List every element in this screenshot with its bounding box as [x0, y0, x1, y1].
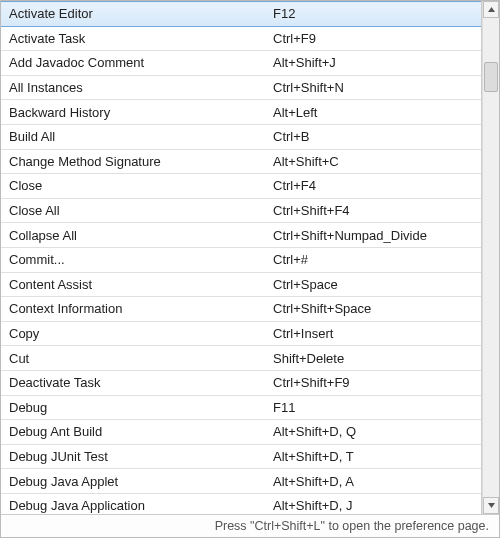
shortcut-cell: Alt+Shift+J: [265, 51, 481, 76]
keybindings-table-wrap: Activate EditorF12Activate TaskCtrl+F9Ad…: [1, 1, 482, 514]
shortcut-cell: Alt+Shift+D, A: [265, 469, 481, 494]
command-cell: Close: [1, 174, 265, 199]
command-cell: Deactivate Task: [1, 370, 265, 395]
table-row[interactable]: Debug JUnit TestAlt+Shift+D, T: [1, 444, 481, 469]
shortcut-cell: Ctrl+Space: [265, 272, 481, 297]
table-row[interactable]: Context InformationCtrl+Shift+Space: [1, 297, 481, 322]
table-row[interactable]: Collapse AllCtrl+Shift+Numpad_Divide: [1, 223, 481, 248]
command-cell: Build All: [1, 124, 265, 149]
chevron-up-icon: [487, 5, 496, 14]
table-row[interactable]: Change Method SignatureAlt+Shift+C: [1, 149, 481, 174]
command-cell: Debug Java Applet: [1, 469, 265, 494]
keybindings-table[interactable]: Activate EditorF12Activate TaskCtrl+F9Ad…: [1, 1, 481, 514]
status-bar: Press "Ctrl+Shift+L" to open the prefere…: [1, 514, 499, 537]
chevron-down-icon: [487, 501, 496, 510]
scrollbar-thumb[interactable]: [484, 62, 498, 92]
table-row[interactable]: Build AllCtrl+B: [1, 124, 481, 149]
scroll-down-button[interactable]: [483, 497, 499, 514]
shortcut-cell: Alt+Shift+D, J: [265, 493, 481, 514]
command-cell: Debug: [1, 395, 265, 420]
command-cell: Content Assist: [1, 272, 265, 297]
table-row[interactable]: DebugF11: [1, 395, 481, 420]
command-cell: Debug Ant Build: [1, 420, 265, 445]
table-row[interactable]: Debug Java AppletAlt+Shift+D, A: [1, 469, 481, 494]
table-row[interactable]: All InstancesCtrl+Shift+N: [1, 75, 481, 100]
table-row[interactable]: Activate EditorF12: [1, 2, 481, 27]
table-row[interactable]: CloseCtrl+F4: [1, 174, 481, 199]
scroll-up-button[interactable]: [483, 1, 499, 18]
keybindings-popup: Activate EditorF12Activate TaskCtrl+F9Ad…: [0, 0, 500, 538]
table-row[interactable]: Debug Java ApplicationAlt+Shift+D, J: [1, 493, 481, 514]
shortcut-cell: Ctrl+B: [265, 124, 481, 149]
command-cell: Collapse All: [1, 223, 265, 248]
command-cell: Close All: [1, 198, 265, 223]
shortcut-cell: Ctrl+Shift+Space: [265, 297, 481, 322]
command-cell: Activate Task: [1, 26, 265, 51]
table-row[interactable]: Content AssistCtrl+Space: [1, 272, 481, 297]
table-row[interactable]: Add Javadoc CommentAlt+Shift+J: [1, 51, 481, 76]
shortcut-cell: Alt+Shift+D, T: [265, 444, 481, 469]
command-cell: All Instances: [1, 75, 265, 100]
table-row[interactable]: Activate TaskCtrl+F9: [1, 26, 481, 51]
shortcut-cell: Ctrl+Shift+F4: [265, 198, 481, 223]
table-row[interactable]: Debug Ant BuildAlt+Shift+D, Q: [1, 420, 481, 445]
command-cell: Debug Java Application: [1, 493, 265, 514]
shortcut-cell: Ctrl+Insert: [265, 321, 481, 346]
shortcut-cell: Shift+Delete: [265, 346, 481, 371]
command-cell: Copy: [1, 321, 265, 346]
keybindings-tbody: Activate EditorF12Activate TaskCtrl+F9Ad…: [1, 2, 481, 515]
vertical-scrollbar[interactable]: [482, 1, 499, 514]
command-cell: Activate Editor: [1, 2, 265, 27]
shortcut-cell: F11: [265, 395, 481, 420]
shortcut-cell: Ctrl+Shift+F9: [265, 370, 481, 395]
shortcut-cell: Ctrl+#: [265, 247, 481, 272]
status-hint-text: Press "Ctrl+Shift+L" to open the prefere…: [215, 519, 489, 533]
body-area: Activate EditorF12Activate TaskCtrl+F9Ad…: [1, 1, 499, 514]
shortcut-cell: Ctrl+F4: [265, 174, 481, 199]
command-cell: Cut: [1, 346, 265, 371]
shortcut-cell: Alt+Shift+D, Q: [265, 420, 481, 445]
shortcut-cell: Alt+Left: [265, 100, 481, 125]
svg-marker-1: [488, 503, 495, 508]
command-cell: Change Method Signature: [1, 149, 265, 174]
shortcut-cell: F12: [265, 2, 481, 27]
shortcut-cell: Ctrl+Shift+Numpad_Divide: [265, 223, 481, 248]
svg-marker-0: [488, 7, 495, 12]
table-row[interactable]: Close AllCtrl+Shift+F4: [1, 198, 481, 223]
table-row[interactable]: Commit...Ctrl+#: [1, 247, 481, 272]
command-cell: Add Javadoc Comment: [1, 51, 265, 76]
shortcut-cell: Alt+Shift+C: [265, 149, 481, 174]
table-row[interactable]: CopyCtrl+Insert: [1, 321, 481, 346]
shortcut-cell: Ctrl+Shift+N: [265, 75, 481, 100]
command-cell: Debug JUnit Test: [1, 444, 265, 469]
table-row[interactable]: Backward HistoryAlt+Left: [1, 100, 481, 125]
shortcut-cell: Ctrl+F9: [265, 26, 481, 51]
command-cell: Backward History: [1, 100, 265, 125]
command-cell: Commit...: [1, 247, 265, 272]
command-cell: Context Information: [1, 297, 265, 322]
table-row[interactable]: CutShift+Delete: [1, 346, 481, 371]
table-row[interactable]: Deactivate TaskCtrl+Shift+F9: [1, 370, 481, 395]
scrollbar-track[interactable]: [483, 18, 499, 497]
